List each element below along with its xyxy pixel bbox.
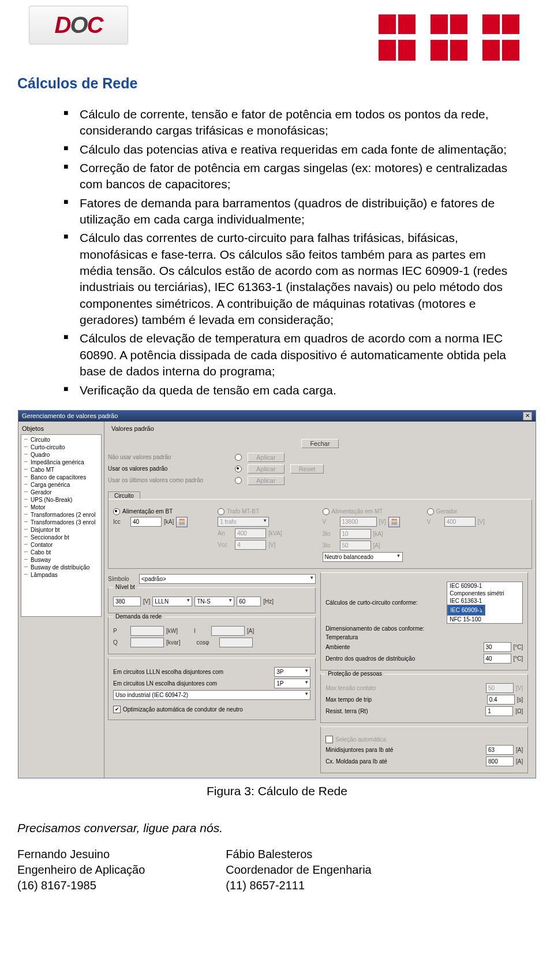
tree-item[interactable]: Seccionador bt [21, 534, 101, 541]
tree-item[interactable]: Busway [21, 556, 101, 564]
tree-item[interactable]: Disjuntor bt [21, 526, 101, 534]
tree-item[interactable]: Busway de distribuição [21, 564, 101, 571]
svg-rect-7 [431, 34, 467, 40]
radio-use-defaults[interactable] [235, 465, 242, 472]
slo-input[interactable]: 50 [340, 541, 371, 550]
dialog-window: Gerenciamento de valores padrão ✕ Objeto… [18, 410, 536, 778]
tree-item[interactable]: Curto-circuito [21, 444, 101, 451]
apply-button[interactable]: Aplicar [248, 453, 285, 462]
uso-select[interactable]: Uso industrial (IEC 60947-2) [113, 690, 310, 700]
calc-icon[interactable]: 🧮 [176, 517, 188, 527]
closing-text: Precisamos conversar, ligue para nós. [17, 821, 537, 835]
llln-breaker-select[interactable]: 3P [274, 667, 310, 677]
calc-icon[interactable]: 🧮 [388, 517, 400, 527]
amb-input[interactable]: 30 [484, 642, 511, 652]
radio-alim-bt[interactable] [113, 508, 120, 515]
ln-breaker-select[interactable]: 1P [274, 679, 310, 688]
tree-item[interactable]: Carga genérica [21, 481, 101, 489]
apply-button[interactable]: Aplicar [248, 476, 285, 485]
label: Dentro dos quadros de distribuição [325, 655, 481, 662]
group-legend: Demanda da rede [113, 613, 164, 620]
selauto-checkbox[interactable] [325, 736, 333, 743]
tree-item[interactable]: Transformadores (3 enrol [21, 519, 101, 526]
an-input[interactable]: 400 [235, 528, 266, 538]
apply-button[interactable]: Aplicar [248, 464, 285, 474]
label: P [113, 628, 128, 634]
label: 3Io [323, 542, 338, 549]
label: Símbolo [108, 576, 137, 582]
tns-select[interactable]: TN-S [194, 597, 234, 606]
label: Cálculos de curto-circuito conforme: [325, 599, 444, 606]
q-input[interactable] [130, 638, 164, 647]
mini-input[interactable]: 63 [486, 745, 514, 755]
tree-item[interactable]: Gerador [21, 489, 101, 496]
close-button[interactable]: Fechar [301, 439, 338, 448]
mold-input[interactable]: 800 [486, 757, 514, 766]
opt-neutro-checkbox[interactable]: ✔ [113, 706, 121, 713]
i-input[interactable] [211, 626, 245, 636]
bullet-item: Cálculo das potencias ativa e reativa re… [63, 141, 519, 158]
objects-header: Objetos [18, 424, 104, 434]
radio-no-defaults[interactable] [235, 454, 242, 461]
radio-trafo[interactable] [218, 508, 224, 515]
label: Temperatura [325, 634, 366, 640]
list-item[interactable]: IEC 60909-1 [447, 582, 522, 590]
tree-item[interactable]: Circuito [21, 436, 101, 444]
radio-gerador[interactable] [427, 508, 434, 515]
p-input[interactable] [130, 626, 164, 636]
llln-select[interactable]: LLLN [152, 597, 192, 606]
quad-input[interactable]: 40 [484, 654, 511, 664]
tree-item[interactable]: Contator [21, 541, 101, 549]
trafo-select[interactable]: 1 trafo [218, 517, 269, 527]
label: [kVA] [268, 530, 282, 536]
reset-button[interactable]: Reset [290, 464, 324, 474]
label: Dimensionamento de cabos conforme: [325, 625, 523, 632]
dialog-titlebar: Gerenciamento de valores padrão ✕ [18, 411, 536, 422]
maxv-input[interactable]: 50 [486, 683, 514, 693]
maxt-input[interactable]: 0.4 [487, 695, 515, 705]
list-item[interactable]: IEC 61363-1 [447, 597, 522, 605]
label: An [218, 530, 233, 536]
tree-item[interactable]: Cabo MT [21, 466, 101, 474]
list-item[interactable]: Componentes simétri [447, 590, 522, 597]
label: [V] [478, 519, 485, 525]
list-item[interactable]: IEC 60909-1 [447, 605, 485, 616]
contact-right: Fábio Balesteros Coordenador de Engenhar… [226, 847, 371, 893]
label: [A] [516, 758, 523, 765]
contact-name: Fábio Balesteros [226, 847, 371, 862]
radio-alim-mt[interactable] [323, 508, 330, 515]
tab-circuito[interactable]: Circuito [108, 491, 140, 500]
dialog-title: Gerenciamento de valores padrão [22, 412, 118, 419]
objects-tree[interactable]: Circuito Curto-circuito Quadro Impedânci… [21, 434, 102, 617]
bullet-item: Cálculo das correntes de curto-circuito … [63, 230, 519, 328]
radio-last-as-default[interactable] [235, 477, 242, 484]
tree-item[interactable]: Motor [21, 504, 101, 511]
svg-rect-6 [379, 34, 415, 40]
cosphi-input[interactable] [219, 638, 253, 647]
tree-item[interactable]: Impedância genérica [21, 459, 101, 466]
close-icon[interactable]: ✕ [523, 412, 532, 420]
tree-item[interactable]: Quadro [21, 451, 101, 459]
tree-item[interactable]: Lâmpadas [21, 571, 101, 579]
label: Icc [113, 519, 128, 525]
tree-item[interactable]: Cabo bt [21, 549, 101, 556]
label: Max tensão contato [325, 685, 484, 691]
tree-item[interactable]: Transformadores (2 enrol [21, 511, 101, 519]
rt-input[interactable]: 1 [485, 706, 513, 716]
tree-item[interactable]: UPS (No-Break) [21, 496, 101, 504]
label: Max tempo de trip [325, 696, 485, 703]
cc-method-list[interactable]: IEC 60909-1 Componentes simétri IEC 6136… [447, 582, 523, 624]
icc-input[interactable]: 40 [130, 517, 162, 527]
label: I [194, 628, 209, 634]
contact-name: Fernando Jesuino [17, 847, 145, 862]
nivel-v-input[interactable]: 380 [113, 597, 141, 606]
neutro-select[interactable]: Neutro balanceado [323, 552, 403, 562]
tree-item[interactable]: Banco de capacitores [21, 474, 101, 481]
vcc-input[interactable]: 4 [235, 540, 266, 550]
tlo-input[interactable]: 10 [340, 529, 371, 539]
hz-input[interactable]: 60 [237, 597, 261, 606]
list-item[interactable]: NFC 15-100 [447, 616, 522, 623]
v-input[interactable]: 13800 [340, 517, 377, 527]
simbolo-select[interactable]: <padrão> [139, 574, 316, 584]
ger-v-input[interactable]: 400 [444, 517, 476, 527]
